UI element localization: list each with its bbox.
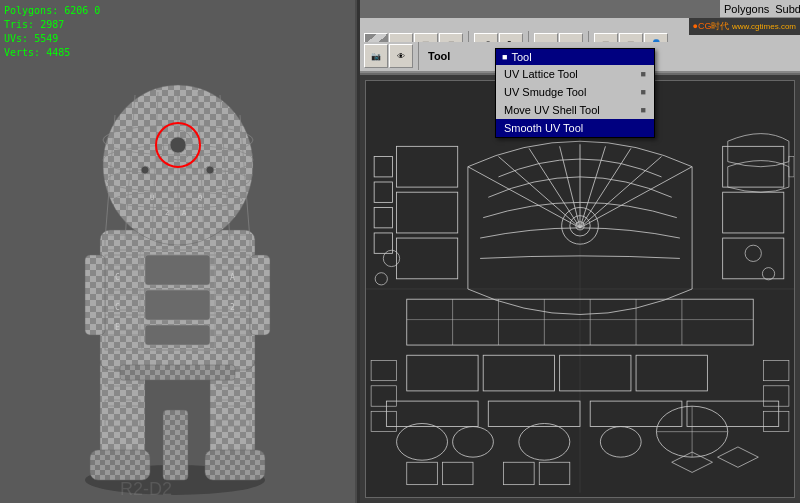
watermark-text: ●CG: [693, 21, 712, 31]
svg-rect-30: [145, 255, 210, 285]
toolbar-sep-4: [418, 42, 419, 70]
watermark: ●CG时代 www.cgtimes.com: [689, 18, 800, 35]
tris-value: 2987: [40, 19, 64, 30]
svg-rect-40: [250, 255, 270, 335]
menu-polygons[interactable]: Polygons: [724, 3, 769, 15]
svg-text:E: E: [115, 323, 120, 332]
verts-value: 4485: [46, 47, 70, 58]
uvs-label: UVs:: [4, 33, 28, 44]
svg-text:C: C: [115, 303, 120, 312]
svg-text:Q: Q: [198, 194, 202, 202]
uv-smudge-tool-item[interactable]: UV Smudge Tool ■: [496, 83, 654, 101]
tool-dropdown-header: ■ Tool: [496, 49, 654, 65]
svg-rect-21: [205, 450, 265, 480]
svg-text:U: U: [150, 194, 154, 202]
uvs-value: 5549: [34, 33, 58, 44]
uv-editor-panel: Polygons Subdivs View Select Tool Image …: [360, 0, 800, 503]
svg-text:A: A: [230, 273, 235, 282]
tool-dropdown: ■ Tool UV Lattice Tool ■ UV Smudge Tool …: [495, 48, 655, 138]
3d-viewport[interactable]: C C E A 2: [0, 0, 355, 503]
toolbar-section-5: 📷 👁: [364, 44, 413, 68]
smooth-uv-tool-item[interactable]: Smooth UV Tool: [496, 119, 654, 137]
svg-point-57: [206, 166, 214, 174]
svg-text:2: 2: [165, 209, 169, 217]
watermark-url: www.cgtimes.com: [732, 22, 796, 31]
menu-bar: Polygons Subdivs View Select Tool Image …: [720, 0, 800, 18]
uv-lattice-tool-item[interactable]: UV Lattice Tool ■: [496, 65, 654, 83]
polygons-label: Polygons:: [4, 5, 58, 16]
tool-dropdown-title: Tool: [511, 51, 531, 63]
polygons-value: 6206: [64, 5, 88, 16]
tool-label-area: Tool: [428, 50, 450, 62]
svg-rect-62: [163, 410, 188, 480]
eye-btn[interactable]: 👁: [389, 44, 413, 68]
svg-rect-32: [145, 325, 210, 345]
svg-point-55: [170, 137, 186, 153]
move-uv-shell-tool-item[interactable]: Move UV Shell Tool ■: [496, 101, 654, 119]
verts-label: Verts:: [4, 47, 40, 58]
svg-rect-39: [85, 255, 105, 335]
stats-panel: Polygons: 6206 0 Tris: 2987 UVs: 5549 Ve…: [4, 4, 100, 60]
svg-text:R2-D2: R2-D2: [120, 479, 172, 499]
uv-viewport[interactable]: [360, 75, 800, 503]
menu-subdivs[interactable]: Subdivs: [775, 3, 800, 15]
svg-text:C: C: [115, 273, 120, 282]
svg-rect-31: [145, 290, 210, 320]
viewport-divider: [357, 0, 360, 503]
svg-rect-38: [120, 365, 235, 380]
camera-btn[interactable]: 📷: [364, 44, 388, 68]
svg-point-56: [141, 166, 149, 174]
tool-label: Tool: [428, 50, 450, 62]
uv-canvas: [365, 80, 795, 498]
svg-text:2: 2: [230, 303, 235, 312]
svg-rect-20: [90, 450, 150, 480]
tris-label: Tris:: [4, 19, 34, 30]
